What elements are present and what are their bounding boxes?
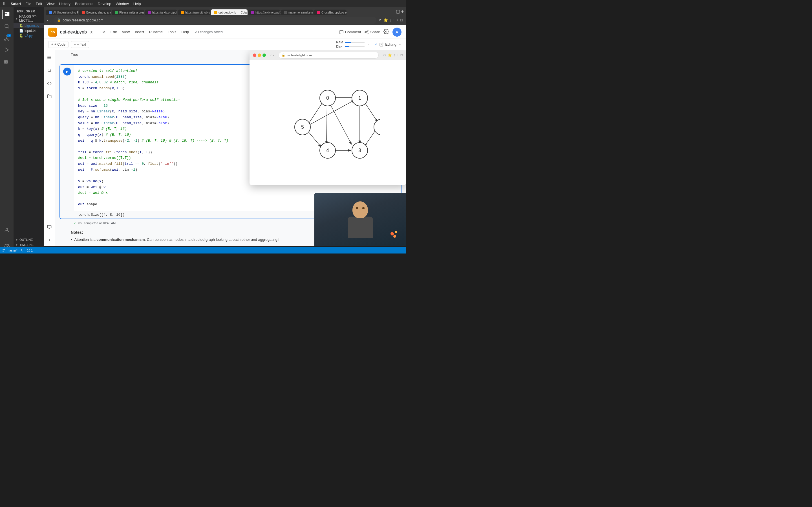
address-bar[interactable]: 🔒 colab.research.google.com bbox=[54, 17, 376, 24]
explorer-title: EXPLORER bbox=[13, 7, 44, 14]
file-input[interactable]: 📄 input.txt bbox=[13, 28, 44, 33]
browser-window-controls: ▢ + bbox=[396, 9, 404, 15]
chevron-down-icon[interactable] bbox=[398, 43, 402, 46]
graph-tl-red[interactable] bbox=[253, 54, 256, 57]
py-file-icon-2: 🐍 bbox=[19, 34, 23, 38]
sync-icon[interactable]: ↻ bbox=[21, 249, 23, 252]
new-tab-icon[interactable]: + bbox=[401, 9, 404, 14]
browser-tab-4[interactable]: https://arxiv.org/pdf/1... bbox=[145, 10, 177, 15]
browser-tab-2[interactable]: Browse, share, and di... bbox=[79, 10, 111, 15]
file-bigram[interactable]: 🐍 bigram.py bbox=[13, 23, 44, 28]
colab-header-right: Comment Share A bbox=[339, 27, 402, 37]
colab-toc-icon[interactable] bbox=[45, 54, 53, 61]
activity-run[interactable] bbox=[2, 45, 11, 55]
graph-window-actions: ↺ ⭐ ↑ + □ bbox=[383, 53, 403, 57]
browser-tab-1[interactable]: AI Understanding Pro... bbox=[46, 10, 79, 15]
menu-help-colab[interactable]: Help bbox=[179, 29, 191, 35]
share-btn[interactable]: Share bbox=[364, 30, 380, 34]
run-cell-btn[interactable]: ▶ bbox=[63, 68, 71, 75]
menu-view[interactable]: View bbox=[47, 2, 54, 6]
browser-action-icons: ↺ ⭐ ↓ ↑ + □ bbox=[378, 18, 403, 22]
menu-edit[interactable]: Edit bbox=[36, 2, 42, 6]
add-code-btn[interactable]: + + Code bbox=[48, 41, 68, 48]
menu-file-colab[interactable]: File bbox=[97, 29, 108, 35]
apple-menu[interactable]:  bbox=[3, 1, 5, 6]
graph-address-bar[interactable]: 🔒 techiedelight.com bbox=[278, 52, 378, 59]
browser-tab-5[interactable]: https://raw.github use... bbox=[178, 10, 210, 15]
graph-back-btn[interactable]: ‹ bbox=[270, 53, 271, 57]
menu-help[interactable]: Help bbox=[133, 2, 141, 6]
add-tab-icon[interactable]: □ bbox=[400, 18, 403, 22]
menu-tools-colab[interactable]: Tools bbox=[165, 29, 179, 35]
graph-lock-icon: 🔒 bbox=[282, 54, 285, 57]
colab-code-icon[interactable] bbox=[45, 79, 53, 87]
browser-tab-9[interactable]: CrossEntropyLos e... bbox=[314, 10, 347, 15]
reload-icon[interactable]: ↺ bbox=[378, 18, 382, 22]
graph-tl-green[interactable] bbox=[262, 54, 266, 57]
graph-share-icon[interactable]: ↑ bbox=[394, 53, 395, 57]
menu-bookmarks[interactable]: Bookmarks bbox=[75, 2, 93, 6]
timeline-label: TIMELINE bbox=[19, 243, 34, 246]
tab-label-1: AI Understanding Pro... bbox=[53, 11, 79, 14]
browser-tab-3[interactable]: Please write a breaki... bbox=[112, 10, 144, 15]
user-avatar[interactable]: A bbox=[393, 27, 402, 37]
activity-explorer[interactable] bbox=[2, 10, 11, 19]
explorer-section-nanogpt[interactable]: ▼ NANOGPT-LECTU... bbox=[13, 14, 44, 23]
settings-btn[interactable] bbox=[384, 29, 389, 36]
back-btn[interactable]: ‹ bbox=[47, 18, 49, 22]
menu-runtime-colab[interactable]: Runtime bbox=[147, 29, 165, 35]
plus-code-icon: + bbox=[51, 43, 53, 47]
menu-safari[interactable]: Safari bbox=[11, 2, 21, 6]
outline-section[interactable]: ► OUTLINE bbox=[13, 237, 44, 242]
disk-label: Disk bbox=[336, 45, 343, 48]
svg-rect-2 bbox=[5, 15, 7, 16]
share-icon bbox=[364, 30, 369, 34]
svg-line-5 bbox=[8, 27, 9, 29]
menu-file[interactable]: File bbox=[26, 2, 31, 6]
menu-edit-colab[interactable]: Edit bbox=[108, 29, 119, 35]
activity-extensions[interactable] bbox=[2, 57, 11, 66]
timeline-section[interactable]: ► TIMELINE bbox=[13, 242, 44, 247]
tab-label-3: Please write a breaki... bbox=[119, 11, 144, 14]
plus-browser-icon[interactable]: + bbox=[397, 18, 399, 22]
flower-3 bbox=[395, 231, 397, 233]
graph-bookmark-icon[interactable]: ⭐ bbox=[388, 53, 392, 57]
colab-search-icon[interactable] bbox=[45, 66, 53, 74]
colab-header: co gpt-dev.ipynb ★ File Edit View Insert… bbox=[44, 25, 406, 39]
colab-terminal-icon[interactable] bbox=[45, 223, 53, 231]
menu-history[interactable]: History bbox=[59, 2, 70, 6]
disk-bar-bg bbox=[345, 46, 364, 47]
browser-tab-7[interactable]: https://arxiv.org/pdf/t... bbox=[248, 10, 281, 15]
tab-favicon-7 bbox=[251, 11, 254, 14]
menu-insert-colab[interactable]: Insert bbox=[133, 29, 146, 35]
comment-btn[interactable]: Comment bbox=[339, 30, 361, 34]
forward-btn[interactable]: › bbox=[50, 18, 52, 22]
menu-view-colab[interactable]: View bbox=[119, 29, 132, 35]
tab-favicon-8 bbox=[284, 11, 287, 14]
menu-develop[interactable]: Develop bbox=[98, 2, 111, 6]
colab-expand-icon[interactable] bbox=[45, 236, 53, 244]
graph-plus-icon[interactable]: + bbox=[397, 53, 399, 57]
browser-tab-8[interactable]: makemore/makem ore... bbox=[281, 10, 313, 15]
star-icon[interactable]: ★ bbox=[90, 30, 93, 34]
activity-search[interactable] bbox=[2, 21, 11, 31]
graph-tl-yellow[interactable] bbox=[258, 54, 261, 57]
graph-expand-icon[interactable]: □ bbox=[401, 53, 403, 57]
add-text-btn[interactable]: + + Text bbox=[71, 41, 89, 48]
note-text-1: Attention is a communication mechanism. … bbox=[74, 237, 280, 243]
svg-point-4 bbox=[5, 24, 8, 27]
share-tab-icon[interactable]: ▢ bbox=[396, 9, 400, 14]
activity-source-control[interactable]: 2 bbox=[2, 33, 11, 43]
graph-forward-btn[interactable]: › bbox=[273, 53, 274, 57]
file-v2[interactable]: 🐍 v2.py bbox=[13, 33, 44, 38]
share-browser-icon[interactable]: ↑ bbox=[393, 18, 395, 22]
browser-tab-active[interactable]: gpt-dev.ipynb — Cola... bbox=[211, 9, 248, 15]
menu-window[interactable]: Window bbox=[116, 2, 129, 6]
colab-files-icon[interactable] bbox=[45, 93, 53, 100]
editing-label: Editing bbox=[385, 42, 396, 47]
graph-reload-icon[interactable]: ↺ bbox=[383, 53, 386, 57]
bookmark-icon[interactable]: ⭐ bbox=[384, 18, 388, 22]
git-branch[interactable]: master* bbox=[2, 249, 17, 252]
download-icon[interactable]: ↓ bbox=[390, 18, 392, 22]
activity-accounts[interactable] bbox=[2, 225, 11, 235]
